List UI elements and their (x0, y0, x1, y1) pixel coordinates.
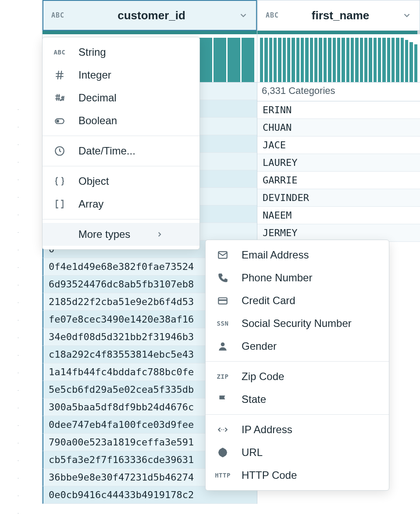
histogram-bar (264, 38, 267, 82)
histogram-bar (319, 38, 322, 82)
globe-icon (216, 446, 229, 459)
menu-item-label: String (78, 46, 189, 58)
menu-item-date-time[interactable]: Date/Time... (43, 140, 199, 162)
menu-item-state[interactable]: State (206, 388, 389, 411)
menu-item-label: Object (78, 175, 189, 187)
menu-item-object[interactable]: Object (43, 170, 199, 193)
chevron-down-icon[interactable] (238, 11, 248, 20)
histogram-bar (296, 38, 299, 82)
menu-item-ip-address[interactable]: IP Address (206, 418, 389, 441)
type-badge-abc-icon: ABC (51, 11, 64, 19)
menu-item-credit-card[interactable]: Credit Card (206, 289, 389, 312)
histogram-bar (360, 38, 363, 82)
menu-item-label: Decimal (78, 92, 189, 104)
histogram-bar (337, 38, 340, 82)
svg-line-2 (58, 71, 59, 79)
menu-item-zip-code[interactable]: ZIPZip Code (206, 365, 389, 388)
histogram-bar (242, 38, 254, 82)
cell-first-name[interactable]: DEVINDER (257, 189, 420, 207)
histogram-bar (387, 38, 390, 82)
histogram-bar (342, 38, 345, 82)
histogram-bar (260, 38, 263, 82)
cell-first-name[interactable]: GARRIE (257, 172, 420, 189)
menu-item-phone-number[interactable]: Phone Number (206, 266, 389, 289)
menu-item-label: Integer (78, 69, 189, 81)
histogram-bar (333, 38, 336, 82)
cell-first-name[interactable]: JERMEY (257, 224, 420, 242)
cell-first-name[interactable]: JACE (257, 136, 420, 154)
svg-point-21 (223, 429, 224, 430)
categories-count: 6,331 Categories (257, 83, 420, 101)
http-icon: HTTP (216, 469, 229, 482)
histogram-bar (228, 38, 240, 82)
brackets-icon (53, 197, 66, 211)
histogram-bar (292, 38, 295, 82)
svg-point-12 (60, 100, 61, 101)
braces-icon (53, 175, 66, 188)
cell-first-name[interactable]: LAUREY (257, 154, 420, 172)
svg-line-11 (64, 96, 64, 101)
card-icon (216, 294, 229, 307)
histogram-bar (346, 38, 349, 82)
histogram-bar (355, 38, 358, 82)
histogram-bar (382, 38, 385, 82)
menu-item-label: Zip Code (242, 370, 378, 383)
clock-icon (53, 144, 66, 158)
column-header-customer-id[interactable]: ABC customer_id (43, 0, 257, 31)
histogram-bar (414, 44, 417, 82)
menu-item-email-address[interactable]: Email Address (206, 244, 389, 266)
menu-item-integer[interactable]: Integer (43, 64, 199, 86)
histogram-bar (301, 38, 304, 82)
menu-item-label: HTTP Code (242, 469, 378, 481)
menu-item-label: URL (242, 446, 378, 459)
menu-item-label: Date/Time... (78, 145, 189, 157)
menu-item-decimal[interactable]: Decimal (43, 86, 199, 109)
menu-item-array[interactable]: Array (43, 193, 199, 215)
hash-icon (53, 68, 66, 82)
menu-item-gender[interactable]: Gender (206, 335, 389, 358)
menu-item-label: Social Security Number (242, 317, 378, 330)
menu-item-url[interactable]: URL (206, 441, 389, 464)
svg-line-6 (57, 94, 57, 101)
histogram-bar (283, 38, 286, 82)
svg-line-10 (62, 96, 62, 101)
mail-icon (216, 248, 229, 262)
column-header-first-name[interactable]: ABC first_name (257, 0, 420, 31)
histogram-bar (378, 38, 381, 82)
histogram-first-name[interactable] (257, 34, 420, 83)
svg-point-19 (221, 342, 225, 346)
more-types-submenu: Email AddressPhone NumberCredit CardSSNS… (205, 240, 389, 491)
phone-icon (216, 271, 229, 284)
histogram-bar (324, 38, 327, 82)
quality-bar (43, 31, 257, 34)
menu-item-label: Phone Number (242, 272, 378, 284)
histogram-bar (328, 38, 331, 82)
histogram-bar (269, 38, 272, 82)
histogram-bar (287, 38, 290, 82)
abc-icon: ABC (53, 46, 66, 59)
menu-item-label: More types (78, 228, 131, 241)
menu-item-label: Gender (242, 340, 378, 352)
type-dropdown-menu: ABCStringIntegerDecimalBooleanDate/Time.… (42, 37, 200, 250)
menu-item-label: Email Address (242, 249, 378, 261)
cell-first-name[interactable]: CHUAN (257, 119, 420, 136)
histogram-bar (374, 38, 377, 82)
ip-icon (216, 423, 229, 436)
cell-first-name[interactable]: ERINN (257, 101, 420, 119)
cell-first-name[interactable]: NAEEM (257, 207, 420, 224)
histogram-bar (396, 38, 399, 82)
type-badge-abc-icon: ABC (266, 11, 279, 19)
menu-item-social-security-number[interactable]: SSNSocial Security Number (206, 312, 389, 335)
ssn-icon: SSN (216, 317, 229, 330)
menu-item-label: Array (78, 198, 189, 210)
svg-line-3 (61, 71, 61, 79)
histogram-bar (310, 38, 313, 82)
menu-item-boolean[interactable]: Boolean (43, 109, 199, 132)
menu-item-more-types[interactable]: More types (43, 223, 199, 246)
menu-item-http-code[interactable]: HTTPHTTP Code (206, 464, 389, 487)
menu-item-string[interactable]: ABCString (43, 41, 199, 64)
chevron-right-icon (156, 230, 164, 238)
histogram-bar (401, 38, 404, 82)
histogram-bar (405, 40, 408, 82)
chevron-down-icon[interactable] (402, 11, 412, 20)
